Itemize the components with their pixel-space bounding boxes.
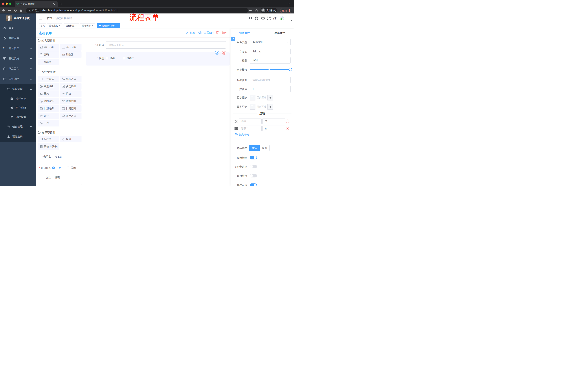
svg-text:123: 123 — [62, 54, 65, 56]
